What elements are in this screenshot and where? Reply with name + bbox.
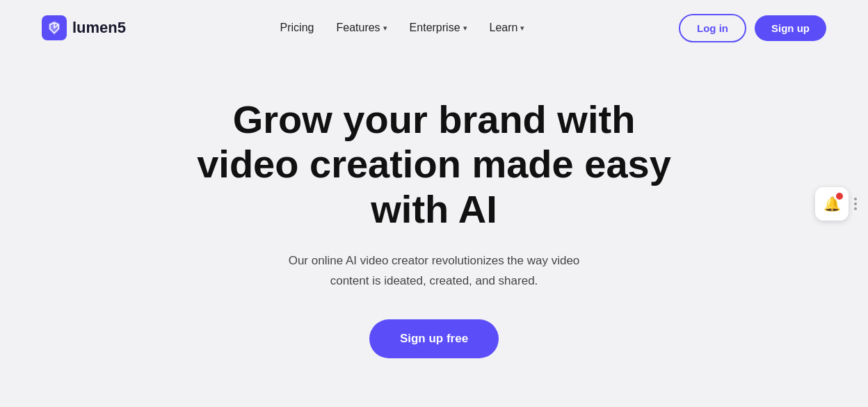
nav-learn[interactable]: Learn ▾ xyxy=(490,22,525,34)
dot-3 xyxy=(854,207,857,210)
floating-widget: 🔔 xyxy=(815,187,857,221)
dot-1 xyxy=(854,198,857,200)
nav-enterprise-label: Enterprise xyxy=(410,22,460,34)
enterprise-chevron-icon: ▾ xyxy=(463,24,467,33)
hero-title: Grow your brand with video creation made… xyxy=(184,97,684,232)
widget-dots-button[interactable] xyxy=(854,198,857,210)
nav-features-label: Features xyxy=(336,22,380,34)
learn-chevron-icon: ▾ xyxy=(520,24,524,33)
dot-2 xyxy=(854,202,857,205)
navbar: lumen5 Pricing Features ▾ Enterprise ▾ L… xyxy=(0,0,868,56)
logo-area: lumen5 xyxy=(42,15,126,40)
notification-badge xyxy=(835,191,844,201)
nav-links: Pricing Features ▾ Enterprise ▾ Learn ▾ xyxy=(280,22,525,34)
signup-nav-button[interactable]: Sign up xyxy=(755,15,826,41)
nav-learn-label: Learn xyxy=(490,22,518,34)
hero-subtitle: Our online AI video creator revolutioniz… xyxy=(281,251,587,292)
logo-text: lumen5 xyxy=(72,19,126,37)
signup-hero-button[interactable]: Sign up free xyxy=(369,319,499,358)
features-chevron-icon: ▾ xyxy=(383,24,387,33)
hero-section: Grow your brand with video creation made… xyxy=(0,56,868,386)
nav-actions: Log in Sign up xyxy=(679,14,826,42)
nav-enterprise[interactable]: Enterprise ▾ xyxy=(410,22,467,34)
login-button[interactable]: Log in xyxy=(679,14,746,42)
nav-pricing[interactable]: Pricing xyxy=(280,22,314,34)
nav-features[interactable]: Features ▾ xyxy=(336,22,387,34)
logo-icon xyxy=(42,15,67,40)
notification-bell-button[interactable]: 🔔 xyxy=(815,187,849,221)
